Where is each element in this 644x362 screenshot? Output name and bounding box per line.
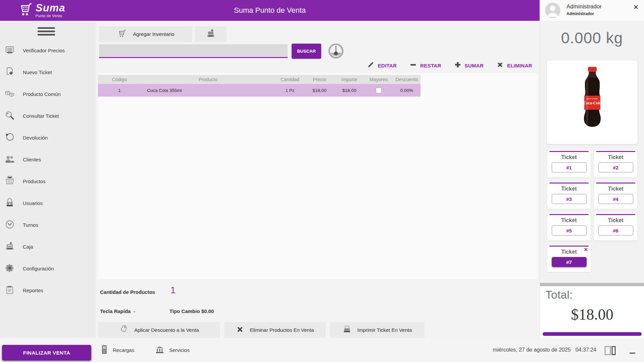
sidebar-item-label: Devolución xyxy=(23,135,48,141)
logo-subtitle: Punto de Venta xyxy=(36,14,65,18)
sidebar-item-producto-comun[interactable]: Producto Común xyxy=(0,83,96,105)
sidebar-item-clientes[interactable]: Clientes xyxy=(0,149,96,170)
recargas-button[interactable]: Recargas xyxy=(101,338,134,362)
cash-register-icon xyxy=(206,29,216,40)
ticket-close-icon[interactable]: ✕ xyxy=(584,247,588,253)
hamburger-menu-icon[interactable] xyxy=(38,25,55,37)
user-strip: Administrador Administrador ✕ xyxy=(540,0,644,21)
sidebar-item-label: Turnos xyxy=(23,222,38,228)
price-tag-icon xyxy=(119,325,128,335)
datetime-display: miércoles, 27 de agosto de 2025 04:37:24 xyxy=(493,338,596,362)
sidebar-item-label: Configuración xyxy=(23,266,54,271)
restar-action[interactable]: RESTAR xyxy=(409,61,441,70)
ticket-card-3[interactable]: Ticket #3 xyxy=(547,182,591,209)
sidebar-item-turnos[interactable]: Turnos xyxy=(0,214,96,236)
user-name: Administrador xyxy=(566,3,602,10)
agregar-inventario-label: Agregar Inventario xyxy=(133,31,174,37)
svg-text:SABOR ORIGINAL: SABOR ORIGINAL xyxy=(586,98,598,100)
minimize-icon[interactable] xyxy=(630,353,635,354)
sidebar-item-usuarios[interactable]: Usuarios xyxy=(0,192,96,214)
user-role: Administrador xyxy=(566,11,594,16)
ticket-card-2[interactable]: Ticket #2 xyxy=(594,150,637,177)
imprimir-ticket-button[interactable]: Imprimir Ticket En Venta xyxy=(330,322,425,338)
servicios-button[interactable]: Servicios xyxy=(155,338,190,362)
drawer-status-icon[interactable] xyxy=(604,346,618,355)
sidebar-item-verificador-precios[interactable]: Verificador Precios xyxy=(0,40,96,61)
x-icon xyxy=(496,61,504,70)
ticket-7-button[interactable]: #7 xyxy=(552,257,587,267)
agregar-inventario-button[interactable]: Agregar Inventario xyxy=(99,26,192,42)
col-header-importe: Importe xyxy=(334,75,364,84)
editar-action[interactable]: EDITAR xyxy=(367,61,397,70)
ticket-title: Ticket xyxy=(561,217,577,223)
boxes-icon xyxy=(5,89,15,100)
sidebar-item-nuevo-ticket[interactable]: Nuevo Ticket xyxy=(0,61,96,83)
sumar-action[interactable]: SUMAR xyxy=(454,61,484,70)
col-header-precio: Precio xyxy=(305,75,334,84)
main-content: Agregar Inventario BUSCAR EDITAR RESTAR xyxy=(96,21,540,338)
ticket-accent-line xyxy=(549,214,589,215)
lock-icon xyxy=(5,198,15,209)
eliminar-productos-label: Eliminar Productos En Venta xyxy=(250,327,314,333)
total-label: Total: xyxy=(545,288,573,301)
ticket-card-6[interactable]: Ticket #6 xyxy=(594,213,637,241)
ticket-3-button[interactable]: #3 xyxy=(552,194,587,204)
search-input[interactable] xyxy=(99,44,288,58)
sidebar-item-devolucion[interactable]: Devolución xyxy=(0,127,96,149)
close-window-icon[interactable]: ✕ xyxy=(633,3,639,11)
sidebar-item-caja[interactable]: Caja xyxy=(0,236,96,258)
ticket-title: Ticket xyxy=(608,217,624,223)
tickets-grid: Ticket #1 Ticket #2 Ticket #3 Ticket #4 … xyxy=(547,150,637,272)
sidebar-item-label: Reportes xyxy=(23,288,43,293)
ticket-title: Ticket xyxy=(561,249,577,255)
tipo-cambio-label: Tipo Cambio $0.00 xyxy=(169,308,214,314)
finalizar-venta-button[interactable]: FINALIZAR VENTA xyxy=(2,345,91,361)
sale-table: Código Producto Cantidad Precio Importe … xyxy=(98,73,538,279)
total-top-bar xyxy=(540,283,644,286)
sidebar-item-reportes[interactable]: Reportes xyxy=(0,279,96,301)
avatar xyxy=(545,3,560,18)
ticket-4-button[interactable]: #4 xyxy=(598,194,633,204)
ticket-2-button[interactable]: #2 xyxy=(598,162,633,172)
eliminar-action[interactable]: ELIMINAR xyxy=(496,61,532,70)
ticket-title: Ticket xyxy=(608,186,624,192)
sidebar-item-configuracion[interactable]: Configuración xyxy=(0,258,96,279)
plus-icon xyxy=(454,61,461,70)
clock-icon xyxy=(5,219,15,231)
eliminar-productos-button[interactable]: Eliminar Productos En Venta xyxy=(224,322,326,338)
cell-codigo: 1 xyxy=(98,84,141,97)
sidebar-nav: Verificador Precios Nuevo Ticket Product… xyxy=(0,40,96,301)
aplicar-descuento-button[interactable]: Aplicar Descuento a la Venta xyxy=(98,322,220,338)
table-row[interactable]: 1 Coca Cola 355ml 1 Pz $18.00 $18.00 0.0… xyxy=(98,84,420,97)
cell-mayoreo xyxy=(364,84,393,97)
svg-text:Coca-Cola: Coca-Cola xyxy=(583,101,601,105)
restar-label: RESTAR xyxy=(420,63,441,68)
sidebar-item-consultar-ticket[interactable]: Consultar Ticket xyxy=(0,105,96,127)
cart-icon xyxy=(117,29,127,39)
ticket-6-button[interactable]: #6 xyxy=(598,225,633,236)
sidebar-item-label: Usuarios xyxy=(23,200,43,206)
ticket-5-button[interactable]: #5 xyxy=(552,225,587,236)
status-bar: Recargas Servicios miércoles, 27 de agos… xyxy=(0,338,644,362)
row-actions: EDITAR RESTAR SUMAR ELIMINAR xyxy=(367,61,532,70)
buscar-button[interactable]: BUSCAR xyxy=(292,44,321,59)
ticket-card-7[interactable]: ✕ Ticket #7 xyxy=(547,245,591,272)
register-button[interactable] xyxy=(195,26,227,42)
ticket-card-4[interactable]: Ticket #4 xyxy=(594,182,637,209)
ticket-accent-line xyxy=(596,214,635,215)
sidebar-item-label: Caja xyxy=(23,244,33,250)
magnifier-icon xyxy=(5,110,15,122)
ticket-card-1[interactable]: Ticket #1 xyxy=(547,150,591,177)
sidebar-item-productos[interactable]: Productos xyxy=(0,170,96,192)
ticket-card-5[interactable]: Ticket #5 xyxy=(547,213,591,241)
price-checker-icon xyxy=(5,45,15,56)
mayoreo-checkbox[interactable] xyxy=(376,88,382,93)
ticket-title: Ticket xyxy=(561,186,577,192)
scale-weight-display: 0.000 kg xyxy=(540,29,644,47)
cell-producto: Coca Cola 355ml xyxy=(141,84,275,97)
tecla-rapida-label: Tecla Rapida xyxy=(100,308,131,314)
cantidad-productos-label: Cantidad de Productos xyxy=(100,289,155,295)
sidebar: Verificador Precios Nuevo Ticket Product… xyxy=(0,21,96,362)
ticket-1-button[interactable]: #1 xyxy=(552,162,587,172)
scale-gauge-icon[interactable] xyxy=(327,42,345,60)
